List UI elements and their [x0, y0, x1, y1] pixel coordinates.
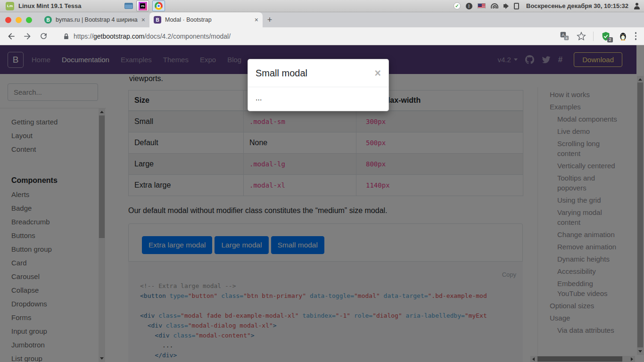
tab-close-icon[interactable]: × — [141, 16, 145, 23]
window-controls — [0, 17, 32, 23]
close-window-button[interactable] — [5, 17, 11, 23]
maximize-window-button[interactable] — [26, 17, 32, 23]
url-scheme: https:// — [74, 33, 93, 40]
minimize-window-button[interactable] — [16, 17, 22, 23]
tab-bymas[interactable]: B bymas.ru | Bootstrap 4 ширина × — [40, 12, 149, 27]
tab-title: bymas.ru | Bootstrap 4 ширина — [56, 16, 140, 23]
mint-panel: Lm Linux Mint 19.1 Tessa PS ✓ ᛒ Воскресе… — [0, 0, 644, 12]
shield-extension-icon[interactable]: 2 — [601, 31, 611, 41]
back-icon[interactable] — [6, 31, 17, 42]
panel-clock[interactable]: Воскресенье декабря 30, 10:15:32 — [526, 2, 628, 9]
tab-title: Modal · Bootstrap — [165, 16, 253, 23]
modal-title: Small modal — [256, 66, 307, 80]
modal-body: ... — [248, 87, 388, 111]
svg-text:A: A — [561, 33, 564, 37]
wifi-icon[interactable] — [491, 3, 498, 8]
svg-text:a: a — [565, 36, 567, 40]
reload-icon[interactable] — [38, 31, 49, 42]
tab-modal-bootstrap[interactable]: B Modal · Bootstrap × — [149, 12, 263, 27]
url-domain: getbootstrap.com — [93, 33, 144, 40]
clipboard-icon[interactable] — [514, 3, 519, 9]
bootstrap-favicon: B — [154, 16, 161, 24]
mint-menu-label: Linux Mint 19.1 Tessa — [18, 2, 81, 9]
mint-menu-button[interactable]: Lm Linux Mint 19.1 Tessa — [4, 0, 83, 12]
mint-logo-icon: Lm — [6, 2, 14, 10]
tab-bar: B bymas.ru | Bootstrap 4 ширина × B Moda… — [0, 12, 644, 27]
bootstrap-ru-favicon: B — [44, 16, 52, 24]
url-path: /docs/4.2/components/modal/ — [144, 33, 231, 40]
page-viewport: B HomeDocumentationExamplesThemesExpoBlo… — [0, 45, 644, 362]
volume-icon[interactable] — [504, 3, 509, 9]
phpstorm-icon: PS — [139, 2, 147, 10]
extension-badge: 2 — [607, 37, 612, 42]
browser-toolbar: https://getbootstrap.com/docs/4.2/compon… — [0, 27, 644, 45]
browser-menu-icon[interactable] — [635, 32, 637, 40]
translate-icon[interactable]: Aa — [560, 31, 570, 41]
new-tab-button[interactable]: + — [263, 12, 277, 27]
user-icon[interactable] — [634, 3, 640, 9]
phpstorm-launcher[interactable]: PS — [136, 0, 149, 11]
chrome-launcher[interactable] — [152, 0, 165, 11]
forward-icon[interactable] — [22, 31, 33, 42]
tab-close-icon[interactable]: × — [255, 16, 258, 23]
modal-header: Small modal × — [248, 59, 388, 87]
close-icon[interactable]: × — [375, 66, 381, 80]
keyboard-layout-flag-icon[interactable] — [478, 3, 486, 8]
toolbar-right: Aa 2 — [560, 31, 639, 41]
bluetooth-icon[interactable]: ᛒ — [466, 3, 472, 9]
penguin-extension-icon[interactable] — [618, 31, 628, 41]
lock-icon[interactable] — [60, 31, 72, 42]
chrome-icon — [155, 2, 163, 10]
address-bar[interactable]: https://getbootstrap.com/docs/4.2/compon… — [74, 33, 560, 40]
updates-shield-icon[interactable]: ✓ — [454, 2, 461, 9]
toolbar-divider — [593, 32, 594, 41]
screen: Lm Linux Mint 19.1 Tessa PS ✓ ᛒ Воскресе… — [0, 0, 644, 362]
small-modal-dialog: Small modal × ... — [248, 59, 389, 111]
system-tray: ✓ ᛒ Воскресенье декабря 30, 10:15:32 — [454, 2, 640, 9]
bookmark-star-icon[interactable] — [577, 32, 586, 41]
window-list-icon[interactable] — [124, 3, 133, 9]
